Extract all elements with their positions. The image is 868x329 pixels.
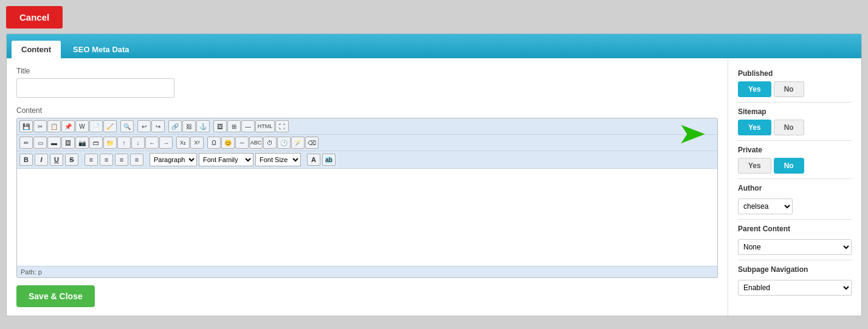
image-icon[interactable]: 🖼	[213, 120, 227, 132]
justify-button[interactable]: ≡	[130, 154, 143, 166]
author-label: Author	[738, 184, 852, 192]
box2-icon[interactable]: ▬	[47, 137, 61, 149]
toolbar-row-2: ✏ ▭ ▬ 🖼 📷 🗃 📁 ↑ ↓ ← → X₂ X² Ω 😊	[17, 135, 717, 151]
editor-path: Path: p	[17, 266, 717, 277]
right-icon[interactable]: →	[159, 137, 173, 149]
private-toggle: Yes No	[738, 158, 852, 174]
italic-button[interactable]: I	[35, 154, 48, 166]
font-family-select[interactable]: Font Family	[199, 153, 253, 166]
hr-icon[interactable]: —	[241, 120, 255, 132]
sitemap-no-button[interactable]: No	[774, 120, 804, 135]
copy-icon[interactable]: 📋	[47, 120, 61, 132]
save-icon[interactable]: 💾	[19, 120, 33, 132]
toolbar-row-1: 💾 ✂ 📋 📌 W 📄 🧹 🔍 ↩ ↪ 🔗 ⛓ ⚓	[17, 118, 717, 135]
divider-1	[738, 102, 852, 103]
edit-icon[interactable]: ✏	[19, 137, 33, 149]
redo-icon[interactable]: ↪	[151, 120, 165, 132]
omega-icon[interactable]: Ω	[207, 137, 221, 149]
published-toggle: Yes No	[738, 81, 852, 97]
timer-icon[interactable]: ⏱	[263, 137, 277, 149]
paste-word-icon[interactable]: W	[75, 120, 89, 132]
box-icon[interactable]: ▭	[33, 137, 47, 149]
title-label: Title	[16, 67, 718, 75]
clock-icon[interactable]: 🕐	[277, 137, 291, 149]
tabs-bar: Content SEO Meta Data	[7, 34, 861, 58]
main-panel: Content SEO Meta Data Title Content 💾 ✂ …	[6, 33, 862, 316]
img3-icon[interactable]: 🗃	[89, 137, 103, 149]
font-color-button[interactable]: A	[307, 154, 320, 166]
img2-icon[interactable]: 📷	[75, 137, 89, 149]
tab-content[interactable]: Content	[12, 41, 61, 58]
private-label: Private	[738, 146, 852, 154]
published-no-button[interactable]: No	[774, 81, 804, 97]
cut-icon[interactable]: ✂	[33, 120, 47, 132]
title-input[interactable]	[16, 78, 174, 98]
panel-body: Title Content 💾 ✂ 📋 📌 W 📄 🧹 🔍	[7, 58, 861, 316]
minus-icon[interactable]: ─	[235, 137, 249, 149]
paragraph-select[interactable]: Paragraph	[150, 153, 197, 166]
author-select[interactable]: chelsea	[738, 198, 793, 214]
private-no-button[interactable]: No	[774, 158, 804, 174]
spell-icon[interactable]: ABC	[249, 137, 263, 149]
left-column: Title Content 💾 ✂ 📋 📌 W 📄 🧹 🔍	[7, 58, 728, 316]
table-icon[interactable]: ⊞	[227, 120, 241, 132]
clean-icon[interactable]: 🧹	[103, 120, 117, 132]
cancel-button[interactable]: Cancel	[6, 6, 63, 29]
find-icon[interactable]: 🔍	[120, 120, 134, 132]
editor-container: 💾 ✂ 📋 📌 W 📄 🧹 🔍 ↩ ↪ 🔗 ⛓ ⚓	[16, 118, 718, 278]
published-label: Published	[738, 69, 852, 78]
parent-content-select[interactable]: None	[738, 239, 852, 255]
img1-icon[interactable]: 🖼	[61, 137, 75, 149]
tab-seo-meta[interactable]: SEO Meta Data	[63, 41, 139, 58]
subpage-nav-label: Subpage Navigation	[738, 265, 852, 274]
published-yes-button[interactable]: Yes	[738, 81, 771, 97]
toolbar-row-format: B I U S ≡ ≡ ≡ ≡ Paragraph Font Family	[17, 151, 717, 169]
paste-icon[interactable]: 📌	[61, 120, 75, 132]
unlink-icon[interactable]: 🔗	[168, 120, 182, 132]
highlight-button[interactable]: ab	[322, 154, 336, 166]
arrow-indicator: ➤	[680, 119, 704, 148]
underline-button[interactable]: U	[50, 154, 63, 166]
editor-area[interactable]	[17, 169, 717, 266]
divider-5	[738, 260, 852, 260]
anchor-icon[interactable]: ⚓	[196, 120, 210, 132]
divider-3	[738, 178, 852, 179]
eraser-icon[interactable]: ⌫	[305, 137, 319, 149]
img4-icon[interactable]: 📁	[103, 137, 117, 149]
divider-2	[738, 140, 852, 141]
undo-icon[interactable]: ↩	[137, 120, 151, 132]
content-label: Content	[16, 106, 718, 115]
strikethrough-button[interactable]: S	[65, 154, 78, 166]
align-right-button[interactable]: ≡	[115, 154, 128, 166]
down-icon[interactable]: ↓	[131, 137, 145, 149]
wand-icon[interactable]: 🪄	[291, 137, 305, 149]
sitemap-label: Sitemap	[738, 107, 852, 116]
font-size-select[interactable]: Font Size	[255, 153, 301, 166]
fullscreen-icon[interactable]: ⛶	[275, 120, 289, 132]
align-left-button[interactable]: ≡	[84, 154, 98, 166]
sitemap-toggle: Yes No	[738, 120, 852, 135]
align-center-button[interactable]: ≡	[100, 154, 113, 166]
subpage-nav-select[interactable]: Enabled Disabled	[738, 280, 852, 296]
right-column: ➤ Published Yes No Sitemap Yes No Privat…	[728, 58, 861, 316]
parent-content-label: Parent Content	[738, 225, 852, 233]
up-icon[interactable]: ↑	[117, 137, 131, 149]
superscript-icon[interactable]: X²	[190, 137, 204, 149]
save-close-button[interactable]: Save & Close	[16, 285, 95, 307]
emoji-icon[interactable]: 😊	[221, 137, 235, 149]
html-icon[interactable]: HTML	[255, 120, 275, 132]
subscript-icon[interactable]: X₂	[176, 137, 190, 149]
paste-plain-icon[interactable]: 📄	[89, 120, 103, 132]
bold-button[interactable]: B	[19, 154, 33, 166]
sitemap-yes-button[interactable]: Yes	[738, 120, 771, 135]
link-icon[interactable]: ⛓	[182, 120, 196, 132]
left-icon[interactable]: ←	[145, 137, 159, 149]
divider-4	[738, 219, 852, 220]
private-yes-button[interactable]: Yes	[738, 158, 771, 174]
